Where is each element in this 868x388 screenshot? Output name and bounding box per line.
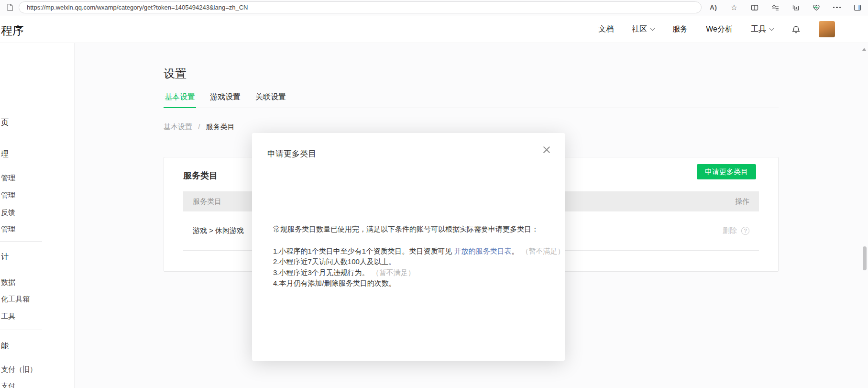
breadcrumb-parent[interactable]: 基本设置	[164, 122, 192, 131]
nav-community[interactable]: 社区	[632, 24, 654, 34]
split-screen-icon[interactable]	[748, 2, 761, 13]
favorite-star-icon[interactable]: ☆	[728, 2, 740, 13]
row-action: 删除 ?	[723, 226, 749, 235]
sidebar-section-label: 能	[1, 341, 9, 351]
tab-game-settings[interactable]: 游戏设置	[209, 92, 242, 108]
sidebar: 页 理 管理 管理 反馈 管理 计 数据 化工具箱 工具 能 支付（旧） 支付 …	[0, 43, 75, 388]
sidebar-divider	[0, 241, 42, 242]
condition-text: 1.小程序的1个类目中至少有1个资质类目。类目资质可见	[273, 247, 454, 255]
nav-service[interactable]: 服务	[672, 24, 688, 34]
browser-essentials-icon[interactable]	[810, 2, 823, 13]
card-title: 服务类目	[183, 170, 218, 181]
nav-tools-label: 工具	[751, 24, 766, 34]
nav-we-analytics[interactable]: We分析	[706, 24, 733, 34]
url-text: https://mp.weixin.qq.com/wxamp/category/…	[27, 4, 248, 11]
modal-body: 常规服务类目数量已使用完，满足以下条件的账号可以根据实际需要申请更多类目： 1.…	[273, 224, 553, 289]
sidebar-item[interactable]: 页	[1, 118, 9, 128]
sidebar-item[interactable]: 化工具箱	[1, 295, 30, 304]
open-category-table-link[interactable]: 开放的服务类目表	[454, 247, 511, 255]
not-satisfied-note: （暂不满足）	[372, 268, 415, 277]
app-header: 程序 文档 社区 服务 We分析 工具	[0, 15, 868, 43]
browser-toolbar: https://mp.weixin.qq.com/wxamp/category/…	[0, 0, 868, 15]
help-question-icon[interactable]: ?	[741, 227, 749, 235]
copilot-sidebar-icon[interactable]	[851, 2, 864, 13]
breadcrumb-separator: /	[198, 122, 200, 131]
header-nav: 文档 社区 服务 We分析 工具	[598, 15, 835, 43]
avatar[interactable]	[819, 21, 835, 37]
chevron-down-icon	[769, 26, 774, 31]
modal-condition: 3.小程序近3个月无违规行为。（暂不满足）	[273, 267, 553, 278]
breadcrumb-current: 服务类目	[206, 122, 235, 131]
condition-text: 3.小程序近3个月无违规行为。	[273, 268, 369, 277]
browser-action-icons: A) ☆	[707, 2, 864, 13]
breadcrumb: 基本设置 / 服务类目	[164, 122, 235, 132]
apply-more-categories-button[interactable]: 申请更多类目	[697, 164, 756, 179]
sidebar-divider	[0, 330, 42, 330]
chevron-down-icon	[650, 26, 655, 31]
settings-menu-icon[interactable]	[831, 2, 843, 13]
favorites-icon[interactable]	[769, 2, 781, 13]
scrollbar-thumb[interactable]	[863, 246, 867, 270]
modal-condition: 2.小程序近7天访问人数100人及以上。	[273, 256, 553, 267]
apply-more-categories-modal: 申请更多类目 常规服务类目数量已使用完，满足以下条件的账号可以根据实际需要申请更…	[252, 133, 565, 361]
not-satisfied-note: （暂不满足）	[521, 247, 564, 255]
sidebar-item[interactable]: 管理	[1, 174, 15, 183]
page-title: 设置	[164, 66, 187, 81]
tab-basic-settings[interactable]: 基本设置	[164, 92, 196, 108]
sidebar-section-label: 理	[1, 149, 9, 159]
close-icon[interactable]	[542, 145, 551, 155]
sidebar-item[interactable]: 工具	[1, 312, 15, 321]
app-logo[interactable]: 程序	[1, 23, 24, 38]
sidebar-item[interactable]: 支付	[1, 382, 15, 388]
collections-icon[interactable]	[790, 2, 802, 13]
condition-text: 。	[511, 247, 518, 255]
modal-intro-text: 常规服务类目数量已使用完，满足以下条件的账号可以根据实际需要申请更多类目：	[273, 224, 553, 235]
column-header-action: 操作	[735, 197, 749, 206]
settings-tabs: 基本设置 游戏设置 关联设置	[164, 92, 779, 108]
category-path: 游戏 > 休闲游戏	[193, 226, 244, 235]
column-header-category: 服务类目	[193, 197, 221, 206]
nav-community-label: 社区	[632, 24, 647, 34]
read-aloud-icon[interactable]: A)	[707, 2, 720, 13]
nav-tools[interactable]: 工具	[751, 24, 773, 34]
modal-condition: 1.小程序的1个类目中至少有1个资质类目。类目资质可见 开放的服务类目表。（暂不…	[273, 246, 553, 257]
scrollbar-up-arrow[interactable]	[862, 48, 866, 51]
nav-docs[interactable]: 文档	[598, 24, 614, 34]
sidebar-section-label: 计	[1, 252, 9, 262]
modal-title: 申请更多类目	[267, 148, 316, 159]
tab-link-settings[interactable]: 关联设置	[254, 92, 287, 108]
sidebar-item[interactable]: 支付（旧）	[1, 365, 37, 374]
sidebar-item[interactable]: 管理	[1, 225, 15, 234]
address-bar[interactable]: https://mp.weixin.qq.com/wxamp/category/…	[19, 1, 702, 13]
page-icon	[6, 3, 14, 11]
sidebar-item[interactable]: 数据	[1, 278, 15, 287]
delete-link[interactable]: 删除	[723, 226, 737, 235]
sidebar-item[interactable]: 反馈	[1, 208, 15, 217]
condition-text: 4.本月仍有添加/删除服务类目的次数。	[273, 279, 396, 287]
modal-condition: 4.本月仍有添加/删除服务类目的次数。	[273, 278, 553, 289]
sidebar-item[interactable]: 管理	[1, 191, 15, 200]
notification-bell-icon[interactable]	[791, 25, 801, 34]
condition-text: 2.小程序近7天访问人数100人及以上。	[273, 257, 396, 266]
